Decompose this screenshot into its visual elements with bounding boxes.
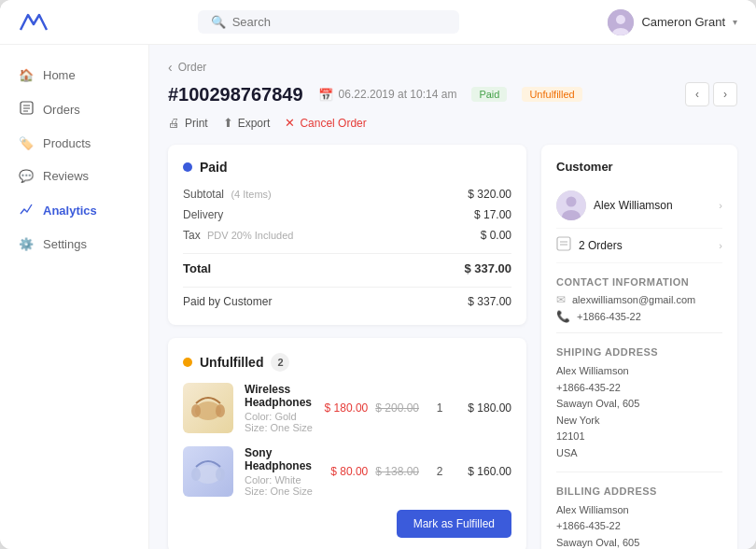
customer-panel: Customer Alex Willi	[541, 145, 737, 549]
contact-info-section: Contact Information ✉ alexwilliamson@gma…	[556, 276, 722, 323]
svg-point-9	[216, 404, 225, 417]
two-col-layout: Paid Subtotal (4 Items) $ 320.00	[168, 145, 737, 549]
content: ‹ Order #100298767849 📅 06.22.2019 at 10…	[149, 45, 756, 549]
sidebar-item-home[interactable]: 🏠 Home	[0, 60, 148, 91]
customer-name: Alex Williamson	[594, 199, 711, 212]
shipping-address-section: Shiping Address Alex Williamson +1866-43…	[556, 346, 722, 462]
product-name-2: Sony Headphones	[245, 446, 319, 472]
products-icon: 🏷️	[19, 136, 34, 150]
export-icon: ⬆	[223, 116, 233, 130]
phone-icon: 📞	[556, 310, 570, 323]
svg-point-12	[216, 468, 225, 481]
order-id: #100298767849	[168, 84, 303, 106]
reviews-icon: 💬	[19, 169, 34, 183]
svg-point-14	[567, 197, 577, 207]
sidebar-label-home: Home	[43, 68, 76, 82]
sidebar-item-settings[interactable]: ⚙️ Settings	[0, 229, 148, 260]
customer-phone: +1866-435-22	[577, 311, 641, 322]
unfulfilled-count: 2	[271, 353, 289, 372]
sidebar-label-settings: Settings	[43, 237, 87, 251]
sidebar-label-orders: Orders	[43, 103, 80, 117]
orders-count: 2 Orders	[579, 239, 711, 252]
export-button[interactable]: ⬆ Export	[223, 116, 271, 130]
product-row: Sony Headphones Color: White Size: One S…	[183, 446, 511, 497]
product-info-2: Sony Headphones Color: White Size: One S…	[245, 446, 319, 497]
customer-section-title: Customer	[556, 160, 722, 174]
sidebar: 🏠 Home Orders 🏷️ Products 💬 Reviews	[0, 45, 149, 549]
prev-order-button[interactable]: ‹	[685, 82, 709, 106]
avatar	[608, 9, 634, 35]
customer-row[interactable]: Alex Williamson ›	[556, 183, 722, 229]
app-window: 🔍 Cameron Grant ▾ 🏠 Home	[0, 0, 756, 549]
orders-count-icon	[556, 236, 571, 255]
billing-title: Billing Address	[556, 486, 722, 497]
mark-fulfilled-button[interactable]: Mark as Fulfilled	[397, 510, 511, 538]
total-row: Total $ 337.00	[183, 253, 511, 277]
svg-point-11	[191, 468, 201, 481]
billing-address: Alex Williamson +1866-435-22 Sawayn Oval…	[556, 502, 722, 549]
sidebar-item-orders[interactable]: Orders	[0, 92, 148, 126]
chevron-down-icon: ▾	[733, 17, 737, 27]
mark-fulfilled-container: Mark as Fulfilled	[183, 510, 511, 538]
search-bar[interactable]: 🔍	[198, 10, 459, 34]
product-prices-1: $ 180.00 $ 200.00	[325, 401, 419, 415]
product-total-1: $ 180.00	[460, 401, 511, 415]
orders-row[interactable]: 2 Orders ›	[556, 229, 722, 263]
product-info-1: Wireless Headphones Color: Gold Size: On…	[245, 383, 314, 433]
main-layout: 🏠 Home Orders 🏷️ Products 💬 Reviews	[0, 45, 756, 549]
shipping-title: Shiping Address	[556, 346, 722, 358]
phone-row: 📞 +1866-435-22	[556, 310, 722, 323]
paid-rows: Subtotal (4 Items) $ 320.00 Delivery $ 1…	[183, 186, 511, 310]
unfulfilled-dot	[183, 358, 192, 367]
product-row: Wireless Headphones Color: Gold Size: On…	[183, 383, 511, 433]
action-bar: 🖨 Print ⬆ Export ✕ Cancel Order	[168, 116, 737, 130]
calendar-icon: 📅	[318, 88, 333, 102]
cancel-order-button[interactable]: ✕ Cancel Order	[285, 116, 366, 130]
logo	[19, 11, 49, 34]
product-image-headphones	[183, 383, 233, 433]
cancel-icon: ✕	[285, 116, 295, 130]
paid-by-row: Paid by Customer $ 337.00	[183, 287, 511, 310]
product-total-2: $ 160.00	[460, 465, 511, 478]
breadcrumb-chevron: ‹	[168, 60, 173, 75]
product-color-1: Color: Gold	[245, 411, 314, 422]
print-button[interactable]: 🖨 Print	[168, 116, 208, 130]
orders-icon	[19, 101, 34, 118]
order-meta: 📅 06.22.2019 at 10:14 am	[318, 88, 457, 102]
billing-address-section: Billing Address Alex Williamson +1866-43…	[556, 486, 722, 549]
side-column: Customer Alex Willi	[541, 145, 737, 549]
product-image-sony	[183, 446, 233, 497]
product-name-1: Wireless Headphones	[245, 383, 314, 409]
product-color-2: Color: White	[245, 474, 319, 486]
product-size-2: Size: One Size	[245, 486, 319, 497]
user-name: Cameron Grant	[641, 15, 725, 29]
contact-info-title: Contact Information	[556, 276, 722, 288]
user-area[interactable]: Cameron Grant ▾	[608, 9, 737, 35]
sidebar-item-products[interactable]: 🏷️ Products	[0, 128, 148, 159]
product-qty-2: 2	[430, 465, 449, 478]
divider-1	[556, 332, 722, 333]
next-order-button[interactable]: ›	[713, 82, 737, 106]
product-prices-2: $ 80.00 $ 138.00	[330, 465, 419, 478]
search-icon: 🔍	[211, 15, 226, 29]
product-qty-1: 1	[430, 401, 449, 415]
sidebar-label-reviews: Reviews	[43, 169, 89, 183]
settings-icon: ⚙️	[19, 237, 34, 251]
print-icon: 🖨	[168, 116, 180, 130]
nav-arrows: ‹ ›	[685, 82, 737, 106]
sidebar-label-analytics: Analytics	[43, 204, 97, 218]
svg-rect-16	[557, 237, 570, 250]
paid-title: Paid	[183, 160, 511, 175]
analytics-icon	[19, 202, 34, 218]
subtotal-row: Subtotal (4 Items) $ 320.00	[183, 186, 511, 203]
breadcrumb-parent[interactable]: Order	[178, 61, 207, 74]
email-icon: ✉	[556, 293, 566, 306]
paid-card: Paid Subtotal (4 Items) $ 320.00	[168, 145, 526, 325]
search-input[interactable]	[232, 15, 446, 29]
paid-status-dot	[183, 162, 192, 172]
customer-avatar	[556, 190, 586, 220]
shipping-address: Alex Williamson +1866-435-22 Sawayn Oval…	[556, 363, 722, 462]
sidebar-item-reviews[interactable]: 💬 Reviews	[0, 161, 148, 191]
badge-paid: Paid	[471, 87, 507, 102]
sidebar-item-analytics[interactable]: Analytics	[0, 193, 148, 227]
